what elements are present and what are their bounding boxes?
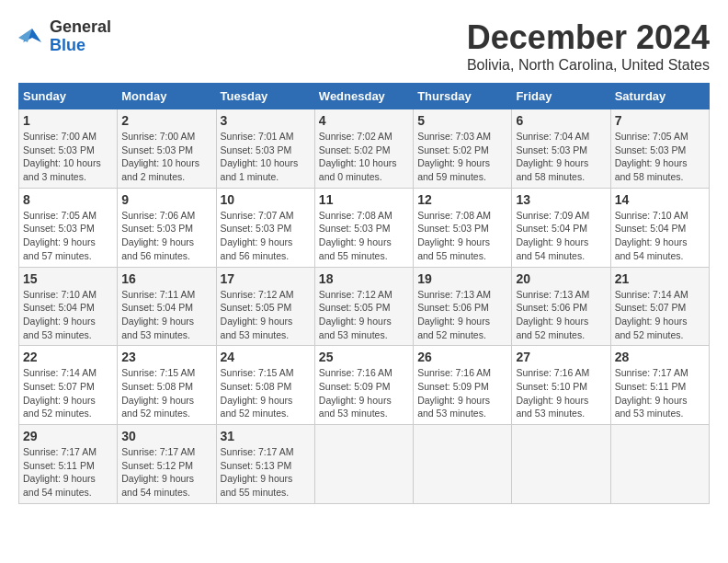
calendar-cell: 6 Sunrise: 7:04 AM Sunset: 5:03 PM Dayli… <box>512 109 610 189</box>
calendar-row: 15 Sunrise: 7:10 AM Sunset: 5:04 PM Dayl… <box>19 267 710 346</box>
day-info: Sunrise: 7:00 AM Sunset: 5:03 PM Dayligh… <box>23 130 113 184</box>
day-number: 1 <box>23 113 113 128</box>
calendar-cell: 21 Sunrise: 7:14 AM Sunset: 5:07 PM Dayl… <box>610 267 709 346</box>
day-info: Sunrise: 7:15 AM Sunset: 5:08 PM Dayligh… <box>221 366 311 420</box>
day-number: 10 <box>221 192 311 207</box>
day-info: Sunrise: 7:13 AM Sunset: 5:06 PM Dayligh… <box>417 288 507 342</box>
day-info: Sunrise: 7:05 AM Sunset: 5:03 PM Dayligh… <box>23 209 113 263</box>
day-number: 18 <box>319 271 409 286</box>
calendar-cell: 7 Sunrise: 7:05 AM Sunset: 5:03 PM Dayli… <box>610 109 709 189</box>
day-number: 30 <box>121 429 211 443</box>
day-number: 24 <box>221 350 311 364</box>
calendar-cell: 20 Sunrise: 7:13 AM Sunset: 5:06 PM Dayl… <box>512 267 610 346</box>
day-number: 20 <box>516 271 606 286</box>
calendar-cell: 15 Sunrise: 7:10 AM Sunset: 5:04 PM Dayl… <box>19 267 118 346</box>
day-info: Sunrise: 7:09 AM Sunset: 5:04 PM Dayligh… <box>516 209 606 263</box>
calendar-cell: 2 Sunrise: 7:00 AM Sunset: 5:03 PM Dayli… <box>118 109 216 189</box>
day-number: 12 <box>417 192 507 207</box>
calendar-cell: 16 Sunrise: 7:11 AM Sunset: 5:04 PM Dayl… <box>118 267 216 346</box>
day-info: Sunrise: 7:16 AM Sunset: 5:09 PM Dayligh… <box>417 366 507 420</box>
logo: General Blue <box>18 18 111 55</box>
day-number: 31 <box>221 429 311 443</box>
day-number: 9 <box>121 192 211 207</box>
day-info: Sunrise: 7:06 AM Sunset: 5:03 PM Dayligh… <box>121 209 211 263</box>
day-number: 19 <box>417 271 507 286</box>
col-sunday: Sunday <box>19 84 118 109</box>
calendar-cell: 24 Sunrise: 7:15 AM Sunset: 5:08 PM Dayl… <box>216 346 314 425</box>
day-info: Sunrise: 7:08 AM Sunset: 5:03 PM Dayligh… <box>319 209 409 263</box>
day-number: 13 <box>516 192 606 207</box>
day-info: Sunrise: 7:17 AM Sunset: 5:11 PM Dayligh… <box>615 366 705 420</box>
day-number: 23 <box>121 350 211 364</box>
calendar-cell <box>512 425 610 504</box>
day-info: Sunrise: 7:11 AM Sunset: 5:04 PM Dayligh… <box>121 288 211 342</box>
day-info: Sunrise: 7:12 AM Sunset: 5:05 PM Dayligh… <box>221 288 311 342</box>
calendar-cell: 9 Sunrise: 7:06 AM Sunset: 5:03 PM Dayli… <box>118 188 216 267</box>
day-info: Sunrise: 7:03 AM Sunset: 5:02 PM Dayligh… <box>417 130 507 184</box>
calendar-row: 8 Sunrise: 7:05 AM Sunset: 5:03 PM Dayli… <box>19 188 710 267</box>
calendar-row: 22 Sunrise: 7:14 AM Sunset: 5:07 PM Dayl… <box>19 346 710 425</box>
col-friday: Friday <box>512 84 610 109</box>
day-info: Sunrise: 7:14 AM Sunset: 5:07 PM Dayligh… <box>615 288 705 342</box>
col-saturday: Saturday <box>610 84 709 109</box>
calendar-row: 1 Sunrise: 7:00 AM Sunset: 5:03 PM Dayli… <box>19 109 710 189</box>
day-number: 22 <box>23 350 113 364</box>
col-monday: Monday <box>118 84 216 109</box>
day-number: 6 <box>516 113 606 128</box>
subtitle: Bolivia, North Carolina, United States <box>467 57 710 74</box>
day-info: Sunrise: 7:17 AM Sunset: 5:12 PM Dayligh… <box>121 445 211 500</box>
calendar-cell: 14 Sunrise: 7:10 AM Sunset: 5:04 PM Dayl… <box>610 188 709 267</box>
calendar-table: Sunday Monday Tuesday Wednesday Thursday… <box>18 83 710 504</box>
day-number: 26 <box>417 350 507 364</box>
calendar-cell <box>314 425 413 504</box>
title-area: December 2024 Bolivia, North Carolina, U… <box>467 18 710 74</box>
calendar-cell: 19 Sunrise: 7:13 AM Sunset: 5:06 PM Dayl… <box>414 267 512 346</box>
day-info: Sunrise: 7:15 AM Sunset: 5:08 PM Dayligh… <box>121 366 211 420</box>
calendar-row: 29 Sunrise: 7:17 AM Sunset: 5:11 PM Dayl… <box>19 425 710 504</box>
calendar-cell: 27 Sunrise: 7:16 AM Sunset: 5:10 PM Dayl… <box>512 346 610 425</box>
day-number: 17 <box>221 271 311 286</box>
calendar-cell: 13 Sunrise: 7:09 AM Sunset: 5:04 PM Dayl… <box>512 188 610 267</box>
day-number: 25 <box>319 350 409 364</box>
calendar-cell: 28 Sunrise: 7:17 AM Sunset: 5:11 PM Dayl… <box>610 346 709 425</box>
col-thursday: Thursday <box>414 84 512 109</box>
day-number: 29 <box>23 429 113 443</box>
day-info: Sunrise: 7:10 AM Sunset: 5:04 PM Dayligh… <box>615 209 705 263</box>
day-number: 21 <box>615 271 705 286</box>
day-info: Sunrise: 7:08 AM Sunset: 5:03 PM Dayligh… <box>417 209 507 263</box>
calendar-cell: 29 Sunrise: 7:17 AM Sunset: 5:11 PM Dayl… <box>19 425 118 504</box>
calendar-cell: 11 Sunrise: 7:08 AM Sunset: 5:03 PM Dayl… <box>314 188 413 267</box>
logo-blue: Blue <box>50 36 85 54</box>
calendar-cell: 18 Sunrise: 7:12 AM Sunset: 5:05 PM Dayl… <box>314 267 413 346</box>
day-number: 11 <box>319 192 409 207</box>
logo-general: General <box>50 17 111 36</box>
day-number: 16 <box>121 271 211 286</box>
calendar-cell: 5 Sunrise: 7:03 AM Sunset: 5:02 PM Dayli… <box>414 109 512 189</box>
calendar-cell: 3 Sunrise: 7:01 AM Sunset: 5:03 PM Dayli… <box>216 109 314 189</box>
day-number: 2 <box>121 113 211 128</box>
day-info: Sunrise: 7:10 AM Sunset: 5:04 PM Dayligh… <box>23 288 113 342</box>
day-info: Sunrise: 7:14 AM Sunset: 5:07 PM Dayligh… <box>23 366 113 420</box>
day-number: 27 <box>516 350 606 364</box>
logo-text: General Blue <box>50 18 111 55</box>
calendar-cell <box>610 425 709 504</box>
calendar-cell <box>414 425 512 504</box>
day-info: Sunrise: 7:07 AM Sunset: 5:03 PM Dayligh… <box>221 209 311 263</box>
day-info: Sunrise: 7:04 AM Sunset: 5:03 PM Dayligh… <box>516 130 606 184</box>
day-number: 14 <box>615 192 705 207</box>
day-info: Sunrise: 7:16 AM Sunset: 5:10 PM Dayligh… <box>516 366 606 420</box>
day-number: 7 <box>615 113 705 128</box>
day-number: 3 <box>221 113 311 128</box>
day-info: Sunrise: 7:00 AM Sunset: 5:03 PM Dayligh… <box>121 130 211 184</box>
main-title: December 2024 <box>467 18 710 57</box>
calendar-cell: 17 Sunrise: 7:12 AM Sunset: 5:05 PM Dayl… <box>216 267 314 346</box>
col-tuesday: Tuesday <box>216 84 314 109</box>
day-info: Sunrise: 7:17 AM Sunset: 5:13 PM Dayligh… <box>221 445 311 500</box>
calendar-cell: 22 Sunrise: 7:14 AM Sunset: 5:07 PM Dayl… <box>19 346 118 425</box>
day-number: 8 <box>23 192 113 207</box>
day-info: Sunrise: 7:16 AM Sunset: 5:09 PM Dayligh… <box>319 366 409 420</box>
calendar-cell: 10 Sunrise: 7:07 AM Sunset: 5:03 PM Dayl… <box>216 188 314 267</box>
calendar-cell: 8 Sunrise: 7:05 AM Sunset: 5:03 PM Dayli… <box>19 188 118 267</box>
calendar-cell: 4 Sunrise: 7:02 AM Sunset: 5:02 PM Dayli… <box>314 109 413 189</box>
day-info: Sunrise: 7:02 AM Sunset: 5:02 PM Dayligh… <box>319 130 409 184</box>
